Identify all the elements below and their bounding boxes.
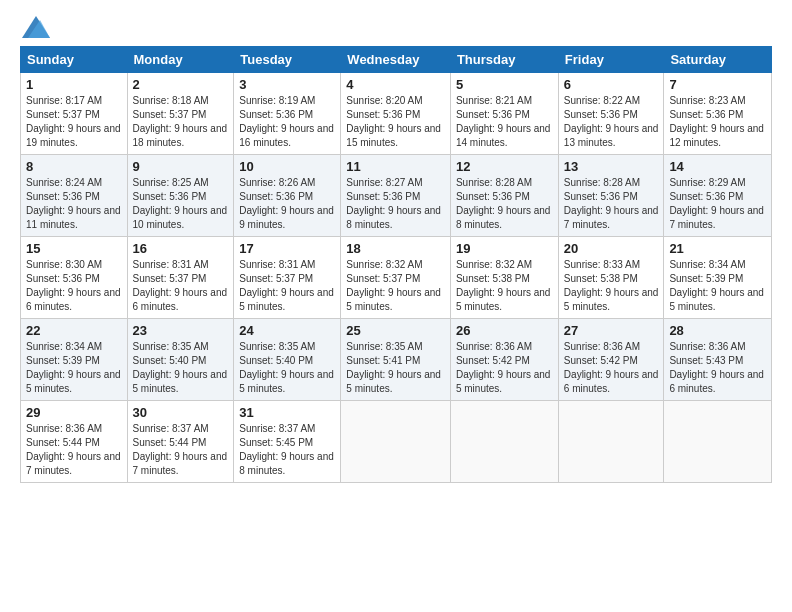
column-header-thursday: Thursday bbox=[450, 47, 558, 73]
day-info: Sunrise: 8:22 AMSunset: 5:36 PMDaylight:… bbox=[564, 94, 659, 150]
day-info: Sunrise: 8:18 AMSunset: 5:37 PMDaylight:… bbox=[133, 94, 229, 150]
day-number: 10 bbox=[239, 159, 335, 174]
calendar-cell: 24Sunrise: 8:35 AMSunset: 5:40 PMDayligh… bbox=[234, 319, 341, 401]
day-info: Sunrise: 8:32 AMSunset: 5:37 PMDaylight:… bbox=[346, 258, 445, 314]
day-number: 3 bbox=[239, 77, 335, 92]
day-info: Sunrise: 8:37 AMSunset: 5:45 PMDaylight:… bbox=[239, 422, 335, 478]
calendar-cell: 12Sunrise: 8:28 AMSunset: 5:36 PMDayligh… bbox=[450, 155, 558, 237]
calendar: SundayMondayTuesdayWednesdayThursdayFrid… bbox=[20, 46, 772, 483]
day-number: 29 bbox=[26, 405, 122, 420]
day-info: Sunrise: 8:34 AMSunset: 5:39 PMDaylight:… bbox=[669, 258, 766, 314]
day-number: 12 bbox=[456, 159, 553, 174]
day-info: Sunrise: 8:21 AMSunset: 5:36 PMDaylight:… bbox=[456, 94, 553, 150]
day-info: Sunrise: 8:34 AMSunset: 5:39 PMDaylight:… bbox=[26, 340, 122, 396]
calendar-cell: 29Sunrise: 8:36 AMSunset: 5:44 PMDayligh… bbox=[21, 401, 128, 483]
day-info: Sunrise: 8:35 AMSunset: 5:40 PMDaylight:… bbox=[239, 340, 335, 396]
calendar-cell: 11Sunrise: 8:27 AMSunset: 5:36 PMDayligh… bbox=[341, 155, 451, 237]
day-info: Sunrise: 8:23 AMSunset: 5:36 PMDaylight:… bbox=[669, 94, 766, 150]
day-number: 28 bbox=[669, 323, 766, 338]
day-info: Sunrise: 8:36 AMSunset: 5:44 PMDaylight:… bbox=[26, 422, 122, 478]
day-info: Sunrise: 8:31 AMSunset: 5:37 PMDaylight:… bbox=[133, 258, 229, 314]
day-info: Sunrise: 8:30 AMSunset: 5:36 PMDaylight:… bbox=[26, 258, 122, 314]
column-header-saturday: Saturday bbox=[664, 47, 772, 73]
day-number: 14 bbox=[669, 159, 766, 174]
calendar-cell bbox=[341, 401, 451, 483]
day-number: 13 bbox=[564, 159, 659, 174]
calendar-cell: 4Sunrise: 8:20 AMSunset: 5:36 PMDaylight… bbox=[341, 73, 451, 155]
day-info: Sunrise: 8:37 AMSunset: 5:44 PMDaylight:… bbox=[133, 422, 229, 478]
calendar-header-row: SundayMondayTuesdayWednesdayThursdayFrid… bbox=[21, 47, 772, 73]
calendar-cell: 7Sunrise: 8:23 AMSunset: 5:36 PMDaylight… bbox=[664, 73, 772, 155]
day-number: 1 bbox=[26, 77, 122, 92]
day-info: Sunrise: 8:35 AMSunset: 5:40 PMDaylight:… bbox=[133, 340, 229, 396]
day-number: 31 bbox=[239, 405, 335, 420]
calendar-week-3: 15Sunrise: 8:30 AMSunset: 5:36 PMDayligh… bbox=[21, 237, 772, 319]
column-header-wednesday: Wednesday bbox=[341, 47, 451, 73]
calendar-week-1: 1Sunrise: 8:17 AMSunset: 5:37 PMDaylight… bbox=[21, 73, 772, 155]
day-info: Sunrise: 8:29 AMSunset: 5:36 PMDaylight:… bbox=[669, 176, 766, 232]
day-info: Sunrise: 8:19 AMSunset: 5:36 PMDaylight:… bbox=[239, 94, 335, 150]
header bbox=[20, 18, 772, 34]
column-header-sunday: Sunday bbox=[21, 47, 128, 73]
day-info: Sunrise: 8:27 AMSunset: 5:36 PMDaylight:… bbox=[346, 176, 445, 232]
calendar-cell: 5Sunrise: 8:21 AMSunset: 5:36 PMDaylight… bbox=[450, 73, 558, 155]
day-number: 27 bbox=[564, 323, 659, 338]
calendar-cell: 30Sunrise: 8:37 AMSunset: 5:44 PMDayligh… bbox=[127, 401, 234, 483]
calendar-cell bbox=[664, 401, 772, 483]
calendar-cell: 1Sunrise: 8:17 AMSunset: 5:37 PMDaylight… bbox=[21, 73, 128, 155]
day-number: 19 bbox=[456, 241, 553, 256]
day-info: Sunrise: 8:36 AMSunset: 5:42 PMDaylight:… bbox=[456, 340, 553, 396]
column-header-friday: Friday bbox=[558, 47, 664, 73]
day-number: 6 bbox=[564, 77, 659, 92]
calendar-cell: 3Sunrise: 8:19 AMSunset: 5:36 PMDaylight… bbox=[234, 73, 341, 155]
day-info: Sunrise: 8:28 AMSunset: 5:36 PMDaylight:… bbox=[456, 176, 553, 232]
calendar-cell: 15Sunrise: 8:30 AMSunset: 5:36 PMDayligh… bbox=[21, 237, 128, 319]
calendar-cell: 20Sunrise: 8:33 AMSunset: 5:38 PMDayligh… bbox=[558, 237, 664, 319]
day-number: 25 bbox=[346, 323, 445, 338]
page: SundayMondayTuesdayWednesdayThursdayFrid… bbox=[0, 0, 792, 493]
day-info: Sunrise: 8:33 AMSunset: 5:38 PMDaylight:… bbox=[564, 258, 659, 314]
calendar-cell bbox=[450, 401, 558, 483]
day-number: 22 bbox=[26, 323, 122, 338]
day-number: 17 bbox=[239, 241, 335, 256]
day-number: 7 bbox=[669, 77, 766, 92]
calendar-cell: 14Sunrise: 8:29 AMSunset: 5:36 PMDayligh… bbox=[664, 155, 772, 237]
day-number: 9 bbox=[133, 159, 229, 174]
calendar-cell: 21Sunrise: 8:34 AMSunset: 5:39 PMDayligh… bbox=[664, 237, 772, 319]
calendar-cell: 23Sunrise: 8:35 AMSunset: 5:40 PMDayligh… bbox=[127, 319, 234, 401]
calendar-cell: 18Sunrise: 8:32 AMSunset: 5:37 PMDayligh… bbox=[341, 237, 451, 319]
calendar-cell: 26Sunrise: 8:36 AMSunset: 5:42 PMDayligh… bbox=[450, 319, 558, 401]
day-number: 16 bbox=[133, 241, 229, 256]
day-info: Sunrise: 8:36 AMSunset: 5:43 PMDaylight:… bbox=[669, 340, 766, 396]
day-number: 21 bbox=[669, 241, 766, 256]
logo bbox=[20, 18, 50, 34]
calendar-cell: 19Sunrise: 8:32 AMSunset: 5:38 PMDayligh… bbox=[450, 237, 558, 319]
column-header-monday: Monday bbox=[127, 47, 234, 73]
day-number: 2 bbox=[133, 77, 229, 92]
day-info: Sunrise: 8:32 AMSunset: 5:38 PMDaylight:… bbox=[456, 258, 553, 314]
logo-icon bbox=[22, 16, 50, 38]
day-number: 30 bbox=[133, 405, 229, 420]
day-info: Sunrise: 8:20 AMSunset: 5:36 PMDaylight:… bbox=[346, 94, 445, 150]
calendar-week-5: 29Sunrise: 8:36 AMSunset: 5:44 PMDayligh… bbox=[21, 401, 772, 483]
calendar-cell: 8Sunrise: 8:24 AMSunset: 5:36 PMDaylight… bbox=[21, 155, 128, 237]
column-header-tuesday: Tuesday bbox=[234, 47, 341, 73]
day-number: 11 bbox=[346, 159, 445, 174]
calendar-cell: 31Sunrise: 8:37 AMSunset: 5:45 PMDayligh… bbox=[234, 401, 341, 483]
calendar-cell: 17Sunrise: 8:31 AMSunset: 5:37 PMDayligh… bbox=[234, 237, 341, 319]
calendar-cell: 16Sunrise: 8:31 AMSunset: 5:37 PMDayligh… bbox=[127, 237, 234, 319]
day-number: 26 bbox=[456, 323, 553, 338]
calendar-cell: 2Sunrise: 8:18 AMSunset: 5:37 PMDaylight… bbox=[127, 73, 234, 155]
calendar-cell: 9Sunrise: 8:25 AMSunset: 5:36 PMDaylight… bbox=[127, 155, 234, 237]
calendar-cell: 22Sunrise: 8:34 AMSunset: 5:39 PMDayligh… bbox=[21, 319, 128, 401]
day-number: 4 bbox=[346, 77, 445, 92]
calendar-cell bbox=[558, 401, 664, 483]
day-info: Sunrise: 8:17 AMSunset: 5:37 PMDaylight:… bbox=[26, 94, 122, 150]
day-info: Sunrise: 8:31 AMSunset: 5:37 PMDaylight:… bbox=[239, 258, 335, 314]
day-info: Sunrise: 8:26 AMSunset: 5:36 PMDaylight:… bbox=[239, 176, 335, 232]
day-number: 15 bbox=[26, 241, 122, 256]
day-info: Sunrise: 8:28 AMSunset: 5:36 PMDaylight:… bbox=[564, 176, 659, 232]
day-number: 8 bbox=[26, 159, 122, 174]
day-info: Sunrise: 8:36 AMSunset: 5:42 PMDaylight:… bbox=[564, 340, 659, 396]
calendar-week-2: 8Sunrise: 8:24 AMSunset: 5:36 PMDaylight… bbox=[21, 155, 772, 237]
